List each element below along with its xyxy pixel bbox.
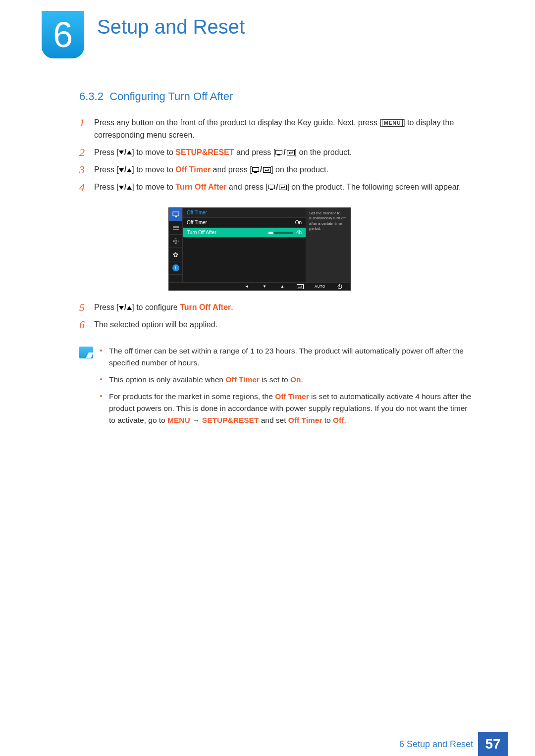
svg-rect-7: [270, 189, 273, 190]
down-up-arrow-icon: /: [119, 164, 132, 176]
step-list-cont: 5 Press [/] to configure Turn Off After.…: [79, 302, 476, 331]
auto-label: AUTO: [313, 285, 327, 288]
step-text: Press [/] to configure Turn Off After.: [94, 302, 476, 314]
note-icon: [79, 347, 93, 358]
note-item: For products for the market in some regi…: [100, 391, 476, 426]
highlight-setupreset: SETUP&RESET: [175, 148, 234, 156]
osd-row-offtimer: Off Timer On: [183, 218, 306, 228]
highlight-turnoffafter: Turn Off After: [175, 183, 226, 191]
step-text: The selected option will be applied.: [94, 319, 476, 331]
step-4: 4 Press [/] to move to Turn Off After an…: [79, 181, 476, 194]
page-footer: 6 Setup and Reset 57: [0, 732, 535, 756]
osd-row-value: On: [295, 220, 302, 225]
list-icon: [169, 221, 182, 235]
osd-menu-header: Off Timer: [183, 208, 306, 218]
step-number: 4: [79, 181, 94, 194]
step-list: 1 Press any button on the front of the p…: [79, 117, 476, 194]
menu-button-icon: MENU: [382, 119, 403, 127]
section-title: Configuring Turn Off After: [109, 90, 233, 102]
step-5: 5 Press [/] to configure Turn Off After.: [79, 302, 476, 314]
svg-rect-1: [277, 154, 280, 155]
svg-rect-6: [268, 185, 275, 189]
svg-rect-0: [276, 150, 282, 154]
svg-rect-3: [252, 168, 259, 172]
step-1: 1 Press any button on the front of the p…: [79, 117, 476, 142]
move-icon: [169, 235, 182, 248]
page-content: 6.3.2 Configuring Turn Off After 1 Press…: [79, 90, 476, 431]
step-number: 6: [79, 319, 94, 331]
note-item: The off timer can be set within a range …: [100, 345, 476, 369]
osd-help-panel: Set the monitor to automatically turn of…: [306, 208, 350, 282]
step-text: Press any button on the front of the pro…: [94, 117, 476, 142]
info-icon: i: [169, 261, 182, 275]
step-text: Press [/] to move to Off Timer and press…: [94, 164, 476, 176]
gear-icon: ✿: [169, 248, 182, 261]
up-arrow-icon: ▲: [277, 284, 288, 289]
section-heading: 6.3.2 Configuring Turn Off After: [79, 90, 476, 103]
down-up-arrow-icon: /: [119, 181, 132, 194]
osd-row-label: Off Timer: [187, 220, 207, 225]
step-text: Press [/] to move to Turn Off After and …: [94, 181, 476, 194]
svg-rect-15: [297, 284, 304, 289]
footer-chapter-label: 6 Setup and Reset: [399, 739, 473, 750]
svg-rect-4: [254, 172, 257, 173]
osd-menu-panel: Off Timer Off Timer On Turn Off After 4h: [183, 208, 306, 282]
slider-icon: [268, 232, 293, 234]
enter-icon: [295, 284, 306, 289]
step-text: Press [/] to move to SETUP&RESET and pre…: [94, 147, 476, 159]
page-number: 57: [478, 732, 508, 756]
step-number: 2: [79, 147, 94, 159]
note-block: The off timer can be set within a range …: [79, 345, 476, 431]
step-number: 1: [79, 117, 94, 142]
step-3: 3 Press [/] to move to Off Timer and pre…: [79, 164, 476, 176]
step-number: 5: [79, 302, 94, 314]
monitor-icon: [169, 208, 182, 221]
svg-rect-14: [175, 240, 177, 242]
osd-sidebar: ✿ i: [169, 208, 183, 282]
highlight-offtimer: Off Timer: [175, 165, 211, 174]
section-number: 6.3.2: [79, 90, 104, 102]
note-list: The off timer can be set within a range …: [100, 345, 476, 431]
chapter-number-badge: 6: [42, 11, 84, 58]
source-enter-icon: /: [268, 181, 287, 194]
down-arrow-icon: ▼: [259, 284, 270, 289]
note-item: This option is only available when Off T…: [100, 374, 476, 386]
step-6: 6 The selected option will be applied.: [79, 319, 476, 331]
left-arrow-icon: ◄: [241, 284, 252, 289]
chapter-title: Setup and Reset: [97, 16, 245, 38]
down-up-arrow-icon: /: [119, 302, 132, 314]
svg-rect-10: [175, 216, 177, 217]
source-enter-icon: /: [275, 147, 294, 159]
osd-row-value: 4h: [268, 230, 302, 235]
source-enter-icon: /: [252, 164, 271, 176]
osd-screenshot: ✿ i Off Timer Off Timer On Turn Off Afte…: [168, 207, 351, 291]
osd-footer-bar: ◄ ▼ ▲ AUTO: [168, 283, 351, 291]
step-number: 3: [79, 164, 94, 176]
power-icon: [334, 284, 345, 289]
down-up-arrow-icon: /: [119, 147, 132, 159]
svg-rect-9: [173, 212, 179, 216]
osd-row-label: Turn Off After: [187, 230, 216, 235]
step-2: 2 Press [/] to move to SETUP&RESET and p…: [79, 147, 476, 159]
osd-row-turnoffafter: Turn Off After 4h: [183, 228, 306, 238]
highlight-turnoffafter: Turn Off After: [180, 303, 231, 311]
